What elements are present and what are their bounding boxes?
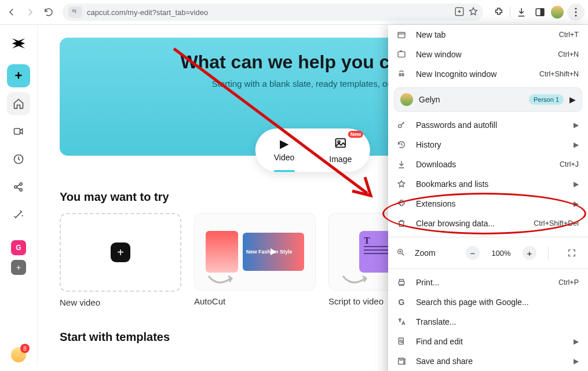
sidebar-new-button[interactable]: + <box>7 64 30 87</box>
arrow-swoosh-icon <box>341 273 370 286</box>
zoom-value: 100% <box>489 249 513 258</box>
sidebar-videos[interactable] <box>7 120 30 143</box>
trash-icon <box>396 219 407 228</box>
profile-badge: Person 1 <box>529 94 564 105</box>
menu-profile[interactable]: Gelyn Person 1 ▶ <box>394 87 582 112</box>
menu-bookmarks[interactable]: Bookmarks and lists ▶ <box>388 174 588 194</box>
chevron-right-icon: ▶ <box>574 180 579 188</box>
menu-downloads[interactable]: Downloads Ctrl+J <box>388 155 588 174</box>
sidebar-history[interactable] <box>7 148 30 171</box>
menu-extensions[interactable]: Extensions ▶ <box>388 194 588 214</box>
image-icon <box>334 137 347 152</box>
plus-icon: + <box>111 243 130 262</box>
svg-rect-20 <box>399 358 404 365</box>
document-search-icon <box>396 337 407 346</box>
sidebar-workspace-chip[interactable]: G <box>11 240 26 255</box>
capcut-logo[interactable] <box>7 32 30 55</box>
downloads-icon[interactable] <box>514 5 529 20</box>
site-info-icon[interactable] <box>68 6 82 18</box>
menu-history[interactable]: History ▶ <box>388 135 588 155</box>
download-icon <box>396 160 407 169</box>
window-icon <box>396 50 407 59</box>
chrome-menu: New tab Ctrl+T New window Ctrl+N New Inc… <box>388 25 588 366</box>
chevron-right-icon: ▶ <box>569 95 576 104</box>
incognito-icon <box>396 69 407 79</box>
save-share-icon <box>396 357 407 366</box>
chevron-right-icon: ▶ <box>574 141 579 149</box>
zoom-out-button[interactable]: − <box>466 246 480 260</box>
sidepanel-icon[interactable] <box>532 5 547 20</box>
profile-avatar[interactable] <box>551 6 564 19</box>
arrow-swoosh-icon <box>206 273 235 286</box>
chevron-right-icon: ▶ <box>574 357 579 365</box>
bookmark-star-icon[interactable] <box>468 6 479 19</box>
svg-rect-6 <box>14 128 20 134</box>
notification-badge: 8 <box>20 344 30 353</box>
menu-clear-browsing-data[interactable]: Clear browsing data... Ctrl+Shift+Del <box>388 214 588 233</box>
svg-rect-13 <box>398 32 405 38</box>
sidebar-home[interactable] <box>7 92 30 115</box>
sidebar-share[interactable] <box>7 175 30 199</box>
menu-find-and-edit[interactable]: Find and edit ▶ <box>388 332 588 351</box>
svg-point-4 <box>575 11 576 13</box>
svg-point-5 <box>575 14 576 16</box>
menu-zoom: Zoom − 100% + <box>388 241 588 265</box>
tab-icon <box>396 30 407 39</box>
menu-search-google[interactable]: G Search this page with Google... <box>388 292 588 312</box>
url-text: capcut.com/my-edit?start_tab=video <box>87 8 208 17</box>
sidebar-magic[interactable] <box>7 203 30 226</box>
svg-rect-2 <box>541 9 544 16</box>
profile-avatar-icon <box>400 93 413 106</box>
svg-rect-14 <box>398 52 405 57</box>
google-icon: G <box>396 297 407 307</box>
address-bar[interactable]: capcut.com/my-edit?start_tab=video <box>63 3 483 21</box>
card-autocut[interactable]: New Fashion Style AutoCut <box>194 213 316 307</box>
extensions-icon[interactable] <box>491 5 506 20</box>
forward-button[interactable] <box>22 4 38 20</box>
print-icon <box>396 278 407 287</box>
thumbnail-image <box>206 231 238 273</box>
key-icon <box>396 120 407 130</box>
browser-toolbar: capcut.com/my-edit?start_tab=video <box>0 0 588 25</box>
menu-passwords[interactable]: Passwords and autofill ▶ <box>388 115 588 135</box>
menu-new-tab[interactable]: New tab Ctrl+T <box>388 25 588 45</box>
chevron-right-icon: ▶ <box>574 200 579 208</box>
back-button[interactable] <box>3 4 20 20</box>
chevron-right-icon: ▶ <box>574 121 579 129</box>
sidebar-notifications[interactable]: 8 <box>11 347 26 362</box>
menu-print[interactable]: Print... Ctrl+P <box>388 273 588 292</box>
svg-point-12 <box>338 141 340 143</box>
hero-tabs: ▶ Video New Image <box>255 128 370 172</box>
history-icon <box>396 140 407 149</box>
new-badge: New <box>348 131 364 138</box>
sidebar-add-workspace[interactable]: + <box>11 260 26 275</box>
menu-new-incognito[interactable]: New Incognito window Ctrl+Shift+N <box>388 64 588 84</box>
thumbnail-video: New Fashion Style <box>243 233 304 271</box>
translate-icon <box>396 317 407 326</box>
install-app-icon[interactable] <box>454 6 465 19</box>
svg-point-3 <box>575 8 576 9</box>
tab-image[interactable]: New Image <box>323 135 357 165</box>
star-icon <box>396 179 407 189</box>
tab-video[interactable]: ▶ Video <box>268 135 301 165</box>
play-icon: ▶ <box>280 137 288 150</box>
zoom-icon <box>396 248 406 259</box>
hero-subtitle: Starting with a blank slate, ready templ… <box>212 79 414 89</box>
menu-translate[interactable]: Translate... <box>388 312 588 332</box>
chevron-right-icon: ▶ <box>574 337 579 346</box>
svg-point-15 <box>399 124 401 127</box>
zoom-in-button[interactable]: + <box>523 246 536 260</box>
menu-save-and-share[interactable]: Save and share ▶ <box>388 351 588 366</box>
app-sidebar: + G + 8 <box>0 25 38 366</box>
fullscreen-button[interactable] <box>565 246 579 260</box>
puzzle-icon <box>396 199 407 208</box>
menu-new-window[interactable]: New window Ctrl+N <box>388 45 588 64</box>
svg-rect-17 <box>399 281 404 284</box>
card-new-video[interactable]: + New video <box>60 213 181 307</box>
chrome-menu-button[interactable] <box>567 3 585 21</box>
reload-button[interactable] <box>41 4 57 20</box>
